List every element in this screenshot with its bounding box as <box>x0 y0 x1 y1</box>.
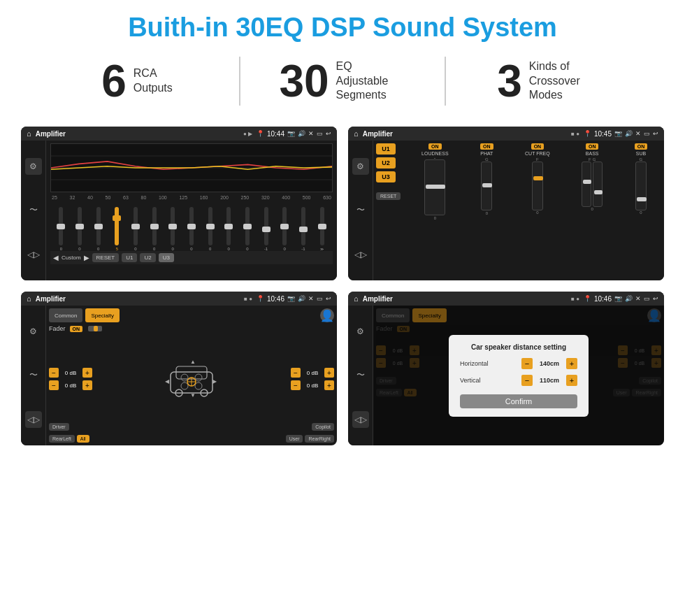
eq-sliders: 0 0 0 5 0 0 0 0 0 0 0 -1 0 -1 ≫ <box>50 202 333 251</box>
loudness-slider[interactable] <box>424 159 445 215</box>
stat-label-rca: RCAOutputs <box>134 66 173 96</box>
distance-main: Common Specialty 👤 Fader ON − 0 d <box>373 306 664 445</box>
eq-u3-btn[interactable]: U3 <box>159 253 174 262</box>
rearright-btn[interactable]: RearRight <box>305 435 334 443</box>
db-plus-1[interactable]: + <box>82 368 92 378</box>
db-minus-4[interactable]: − <box>291 380 301 390</box>
modal-horizontal-row: Horizontal − 140cm + <box>460 358 577 369</box>
eq-slider-14[interactable]: -1 <box>301 207 305 251</box>
all-btn[interactable]: All <box>77 435 89 443</box>
fader-speaker-icon[interactable]: ◁▷ <box>25 411 42 428</box>
crossover-wave-icon[interactable]: 〜 <box>352 202 369 219</box>
db-minus-2[interactable]: − <box>49 380 59 390</box>
eq-wave-icon[interactable]: 〜 <box>25 202 42 219</box>
eq-slider-8[interactable]: 0 <box>189 207 194 251</box>
crossover-filter-icon[interactable]: ⚙ <box>352 158 369 175</box>
crossover-back-icon[interactable]: ↩ <box>653 130 658 137</box>
eq-slider-7[interactable]: 0 <box>171 207 175 251</box>
distance-filter-icon[interactable]: ⚙ <box>352 323 369 340</box>
eq-slider-4[interactable]: 5 <box>115 207 119 251</box>
svg-text:▲: ▲ <box>190 359 196 365</box>
eq-back-icon[interactable]: ↩ <box>326 130 331 137</box>
db-minus-1[interactable]: − <box>49 368 59 378</box>
eq-slider-10[interactable]: 0 <box>226 207 231 251</box>
distance-speaker-icon[interactable]: ◁▷ <box>352 411 369 428</box>
fader-wave-icon[interactable]: 〜 <box>25 367 42 384</box>
fader-slider-mini[interactable] <box>88 326 102 331</box>
eq-slider-3[interactable]: 0 <box>96 207 101 251</box>
fader-sidebar: ⚙ 〜 ◁▷ <box>21 306 46 445</box>
fader-back-icon[interactable]: ↩ <box>326 295 331 302</box>
svg-text:▶: ▶ <box>212 378 217 385</box>
modal-vertical-row: Vertical − 110cm + <box>460 375 577 386</box>
eq-u2-btn[interactable]: U2 <box>140 253 155 262</box>
crossover-x-icon: ✕ <box>635 130 641 137</box>
home-icon-3[interactable]: ⌂ <box>27 294 31 303</box>
crossover-reset-btn[interactable]: RESET <box>376 192 401 200</box>
horizontal-plus-btn[interactable]: + <box>566 358 577 369</box>
fader-on-btn[interactable]: ON <box>70 326 83 332</box>
ctrl-sub: ON SUB G 0 <box>635 143 648 220</box>
bass-slider-g[interactable] <box>593 162 603 207</box>
cutfreq-slider[interactable] <box>532 162 543 210</box>
preset-u2-btn[interactable]: U2 <box>376 157 396 169</box>
eq-slider-1[interactable]: 0 <box>59 207 63 251</box>
horizontal-minus-btn[interactable]: − <box>521 358 533 369</box>
stat-number-3: 3 <box>497 59 522 103</box>
home-icon[interactable]: ⌂ <box>27 129 31 138</box>
distance-back-icon[interactable]: ↩ <box>653 295 658 302</box>
eq-slider-11[interactable]: 0 <box>245 207 250 251</box>
eq-slider-9[interactable]: 0 <box>208 207 212 251</box>
crossover-main: U1 U2 U3 RESET ON LOUDNESS <box>373 141 664 280</box>
preset-u1-btn[interactable]: U1 <box>376 143 396 155</box>
stat-divider-1 <box>239 57 240 106</box>
db-plus-3[interactable]: + <box>324 368 334 378</box>
stat-divider-2 <box>445 57 446 106</box>
sub-slider[interactable] <box>635 162 647 210</box>
eq-next-btn[interactable]: ▶ <box>84 254 89 262</box>
eq-prev-btn[interactable]: ◀ <box>53 254 59 262</box>
modal-vertical-controls: − 110cm + <box>521 375 577 386</box>
preset-u3-btn[interactable]: U3 <box>376 171 396 182</box>
vertical-minus-btn[interactable]: − <box>521 375 533 386</box>
db-plus-2[interactable]: + <box>82 380 92 390</box>
distance-wave-icon[interactable]: 〜 <box>352 367 369 384</box>
eq-slider-15[interactable]: ≫ <box>320 207 324 251</box>
eq-slider-2[interactable]: 0 <box>78 207 82 251</box>
fader-app-title: Amplifier <box>36 295 66 303</box>
specialty-tab[interactable]: Specialty <box>85 308 119 322</box>
phat-slider[interactable] <box>481 162 492 210</box>
confirm-btn[interactable]: Confirm <box>460 394 577 408</box>
db-minus-3[interactable]: − <box>291 368 301 378</box>
modal-vertical-label: Vertical <box>460 377 481 384</box>
crossover-speaker-icon[interactable]: ◁▷ <box>352 246 369 263</box>
eq-u1-btn[interactable]: U1 <box>122 253 137 262</box>
common-tab[interactable]: Common <box>49 308 82 322</box>
home-icon-2[interactable]: ⌂ <box>354 129 359 138</box>
rearleft-btn[interactable]: RearLeft <box>49 435 75 443</box>
stats-row: 6 RCAOutputs 30 EQ AdjustableSegments 3 … <box>0 50 685 120</box>
eq-time: 10:44 <box>267 130 284 138</box>
eq-slider-5[interactable]: 0 <box>134 207 138 251</box>
vertical-plus-btn[interactable]: + <box>566 375 577 386</box>
eq-filter-icon[interactable]: ⚙ <box>25 158 42 175</box>
db-plus-4[interactable]: + <box>324 380 334 390</box>
eq-slider-6[interactable]: 0 <box>152 207 157 251</box>
camera-icon: 📷 <box>287 130 295 137</box>
driver-btn[interactable]: Driver <box>49 423 69 431</box>
eq-slider-13[interactable]: 0 <box>282 207 287 251</box>
eq-speaker-icon[interactable]: ◁▷ <box>25 246 42 263</box>
stat-number-6: 6 <box>101 59 127 103</box>
user-btn[interactable]: User <box>286 435 303 443</box>
bass-on: ON <box>586 143 599 150</box>
home-icon-4[interactable]: ⌂ <box>354 294 359 303</box>
eq-screen-card: ⌂ Amplifier ● ▶ 📍 10:44 📷 🔊 ✕ ▭ ↩ ⚙ 〜 ◁▷ <box>21 127 337 280</box>
db-value-4: 0 dB <box>303 382 322 389</box>
eq-reset-btn[interactable]: RESET <box>92 253 120 262</box>
copilot-btn[interactable]: Copilot <box>312 423 334 431</box>
fader-filter-icon[interactable]: ⚙ <box>25 323 42 340</box>
eq-slider-12[interactable]: -1 <box>264 207 268 251</box>
bass-slider-f[interactable] <box>582 162 591 207</box>
distance-time: 10:46 <box>594 295 612 303</box>
speaker-icon-4: 🔊 <box>625 295 633 302</box>
